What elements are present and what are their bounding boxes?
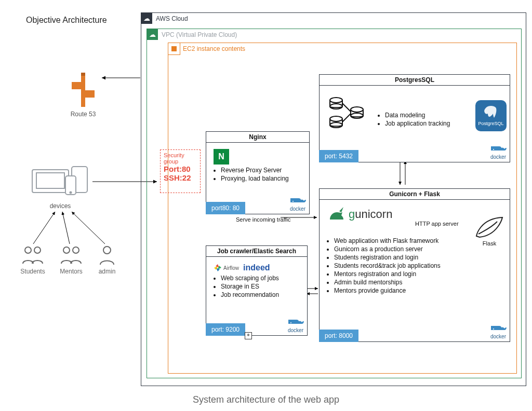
list-item: Proxying, load balancing [221, 175, 304, 182]
list-item: Job application tracking [385, 120, 450, 127]
svg-point-11 [63, 247, 70, 253]
security-group-ssh: SSH:22 [164, 173, 197, 182]
svg-line-32 [342, 103, 351, 112]
airflow-label: Airflow [223, 265, 239, 271]
docker-label: docker [490, 154, 506, 160]
svg-point-36 [290, 322, 291, 323]
svg-point-13 [103, 246, 111, 254]
objective-title: Objective Architecture [26, 16, 107, 25]
postgresql-icon [483, 105, 499, 121]
user-mentors: Mentors [58, 245, 84, 275]
nginx-logo-icon: N [214, 149, 229, 165]
nginx-bullets: Reverse Proxy Server Proxying, load bala… [211, 167, 304, 182]
security-group-port: Port:80 [164, 165, 197, 173]
svg-rect-1 [72, 82, 82, 89]
aws-cloud-container: ☁ AWS Cloud ☁ VPC (Virtual Private Cloud… [141, 12, 526, 386]
docker-label: docker [290, 206, 305, 212]
route53-icon [68, 73, 99, 109]
user-admin-label: admin [97, 268, 117, 275]
list-item: Gunicorn as a production server [334, 245, 504, 253]
svg-line-33 [342, 114, 351, 122]
user-students: Students [20, 245, 46, 275]
svg-point-27 [330, 104, 342, 109]
user-admin: admin [97, 245, 117, 275]
docker-icon [489, 143, 508, 154]
nginx-port-badge: port80: 80 [206, 202, 245, 214]
users-row: Students Mentors admin [20, 245, 117, 275]
gunicorn-text-rest: unicorn [355, 208, 392, 221]
docker-icon [288, 195, 307, 206]
svg-point-26 [330, 98, 342, 103]
gunicorn-icon [328, 207, 345, 222]
docker-badge: docker [286, 317, 305, 333]
devices-label: devices [29, 202, 91, 210]
gunicorn-card: Gunicorn + Flask gunicorn HTTP app serve… [319, 188, 510, 342]
list-item: Storage in ES [221, 283, 302, 290]
aws-cloud-label: AWS Cloud [156, 15, 188, 22]
crawler-bullets: Web scraping of jobs Storage in ES Job r… [211, 275, 302, 298]
indeed-logo: indeed [243, 263, 270, 272]
svg-line-14 [33, 212, 55, 244]
crawler-logos: Airflow indeed [214, 263, 302, 272]
list-item: Data modeling [385, 112, 450, 119]
svg-point-34 [493, 149, 494, 150]
nginx-title: Nginx [206, 132, 309, 143]
postgres-port-badge: port: 5432 [319, 150, 358, 162]
svg-line-16 [72, 212, 105, 244]
flask-label: Flask [474, 240, 504, 246]
list-item: Reverse Proxy Server [221, 167, 304, 174]
gunicorn-text: gunicorn [349, 208, 392, 221]
list-item: Mentors registration and login [334, 270, 504, 278]
crawler-card: Job crawler/Elastic Search Airflow indee… [206, 245, 308, 336]
cloud-icon: ☁ [141, 12, 152, 24]
gunicorn-port-badge: port: 8000 [319, 330, 358, 342]
users-icon [58, 245, 84, 266]
svg-point-28 [330, 116, 342, 121]
svg-point-30 [351, 107, 363, 112]
flask-horn-icon [474, 215, 504, 239]
vpc-icon: ☁ [147, 29, 158, 40]
postgres-bullets: Data modeling Job application tracking [376, 112, 450, 128]
svg-point-25 [292, 201, 294, 202]
postgres-card: PostgresSQL PostgreSQL [319, 74, 510, 162]
database-cluster-icon [327, 95, 366, 129]
svg-rect-3 [81, 73, 85, 76]
http-app-label: HTTP app server [415, 221, 459, 227]
security-group-box: Security group Port:80 SSH:22 [160, 149, 201, 193]
list-item: Mentors provide guidance [334, 287, 504, 294]
docker-label: docker [490, 334, 506, 339]
postgresql-badge: PostgreSQL [475, 100, 507, 131]
svg-rect-5 [36, 173, 64, 188]
users-icon [20, 245, 46, 266]
svg-point-10 [34, 247, 41, 253]
svg-point-31 [351, 113, 363, 118]
user-icon [97, 245, 117, 266]
svg-point-12 [73, 247, 79, 253]
docker-badge: docker [489, 143, 508, 160]
security-group-title: Security group [164, 152, 197, 165]
docker-icon [489, 323, 508, 333]
svg-point-35 [493, 328, 494, 330]
route53-block: Route 53 [68, 73, 99, 118]
docker-badge: docker [288, 195, 307, 212]
list-item: Job recommendation [221, 291, 302, 298]
docker-icon [286, 317, 305, 327]
figure-caption: System architecture of the web app [0, 394, 532, 405]
svg-point-29 [330, 122, 342, 128]
svg-point-8 [70, 192, 72, 194]
gunicorn-title: Gunicorn + Flask [320, 189, 510, 200]
user-students-label: Students [20, 268, 46, 275]
crawler-port-badge: port: 9200 [206, 323, 245, 336]
ec2-label: EC2 instance contents [183, 45, 245, 52]
crawler-title: Job crawler/Elastic Search [206, 246, 307, 257]
postgresql-badge-label: PostgreSQL [478, 121, 503, 126]
user-mentors-label: Mentors [58, 268, 84, 275]
list-item: Students registration and login [334, 254, 504, 261]
svg-line-15 [62, 212, 70, 244]
expand-icon[interactable]: + [245, 332, 252, 339]
list-item-underlined: Gunicorn as a production server [334, 245, 423, 253]
docker-badge: docker [489, 323, 508, 339]
list-item: Web scraping of jobs [221, 275, 302, 282]
nginx-card: Nginx N Reverse Proxy Server Proxying, l… [206, 131, 310, 214]
list-item: Students record&track job applications [334, 262, 504, 269]
